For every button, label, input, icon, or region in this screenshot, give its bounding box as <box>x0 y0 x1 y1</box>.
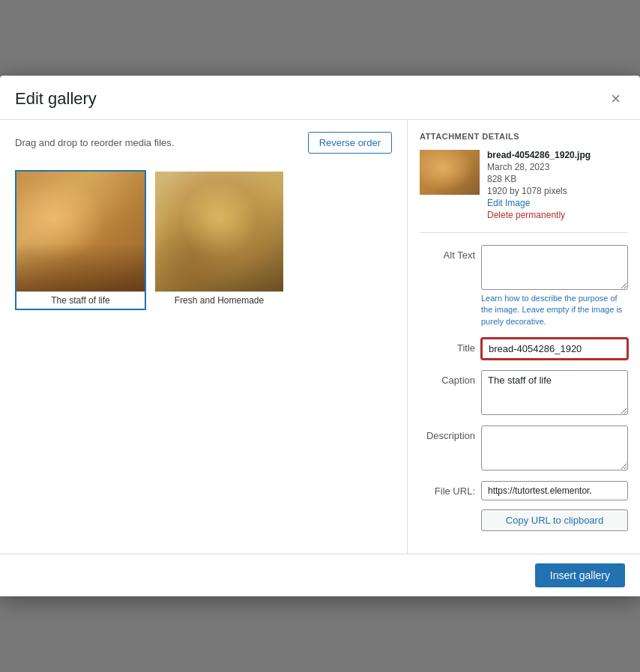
attachment-date: March 28, 2023 <box>487 162 591 172</box>
drag-hint: Drag and drop to reorder media files. <box>15 137 174 148</box>
insert-gallery-button[interactable]: Insert gallery <box>535 563 625 587</box>
modal-body: Drag and drop to reorder media files. Re… <box>0 120 640 554</box>
file-url-label: File URL: <box>420 481 475 497</box>
alt-text-input-wrap: Learn how to describe the purpose of the… <box>481 245 628 327</box>
title-input-wrap <box>481 338 628 360</box>
delete-permanently-link[interactable]: Delete permanently <box>487 210 591 220</box>
gallery-item-1-label: The staff of life <box>16 291 145 309</box>
attachment-meta: bread-4054286_1920.jpg March 28, 2023 82… <box>487 150 591 220</box>
attachment-dimensions: 1920 by 1078 pixels <box>487 186 591 196</box>
file-url-input-wrap: Copy URL to clipboard <box>481 481 628 531</box>
modal-header: Edit gallery × <box>0 76 640 120</box>
modal-footer: Insert gallery <box>0 554 640 596</box>
copy-url-button[interactable]: Copy URL to clipboard <box>481 509 628 531</box>
attachment-filesize: 828 KB <box>487 174 591 184</box>
alt-text-input[interactable] <box>481 245 628 290</box>
gallery-grid: x The staff of life x Fresh and Homemade <box>15 163 392 310</box>
alt-text-label: Alt Text <box>420 245 475 261</box>
caption-input[interactable]: The staff of life <box>481 370 628 415</box>
file-url-input[interactable] <box>481 481 628 500</box>
edit-gallery-modal: Edit gallery × Drag and drop to reorder … <box>0 76 640 596</box>
right-panel: ATTACHMENT DETAILS bread-4054286_1920.jp… <box>408 120 640 554</box>
alt-text-field-group: Alt Text Learn how to describe the purpo… <box>420 245 628 327</box>
modal-overlay: Edit gallery × Drag and drop to reorder … <box>0 0 640 672</box>
left-panel: Drag and drop to reorder media files. Re… <box>0 120 408 554</box>
attachment-info: bread-4054286_1920.jpg March 28, 2023 82… <box>420 150 628 233</box>
gallery-item[interactable]: x The staff of life <box>15 170 146 310</box>
description-label: Description <box>420 426 475 441</box>
gallery-item[interactable]: x Fresh and Homemade <box>154 170 285 310</box>
description-input-wrap <box>481 426 628 470</box>
gallery-item-2-label: Fresh and Homemade <box>155 291 283 309</box>
caption-label: Caption <box>420 370 475 386</box>
left-top-bar: Drag and drop to reorder media files. Re… <box>15 132 392 154</box>
attachment-thumbnail <box>420 150 480 195</box>
modal-title: Edit gallery <box>15 89 97 109</box>
title-input[interactable] <box>481 338 628 360</box>
description-input[interactable] <box>481 426 628 470</box>
caption-field-group: Caption The staff of life <box>420 370 628 415</box>
alt-text-help: Learn how to describe the purpose of the… <box>481 293 628 327</box>
edit-image-link[interactable]: Edit Image <box>487 198 591 208</box>
description-field-group: Description <box>420 426 628 470</box>
reverse-order-button[interactable]: Reverse order <box>308 132 392 154</box>
title-field-group: Title <box>420 338 628 360</box>
attachment-details-title: ATTACHMENT DETAILS <box>420 132 628 141</box>
caption-input-wrap: The staff of life <box>481 370 628 415</box>
attachment-filename: bread-4054286_1920.jpg <box>487 150 591 160</box>
modal-close-button[interactable]: × <box>606 89 625 109</box>
title-label: Title <box>420 338 475 354</box>
file-url-field-group: File URL: Copy URL to clipboard <box>420 481 628 531</box>
